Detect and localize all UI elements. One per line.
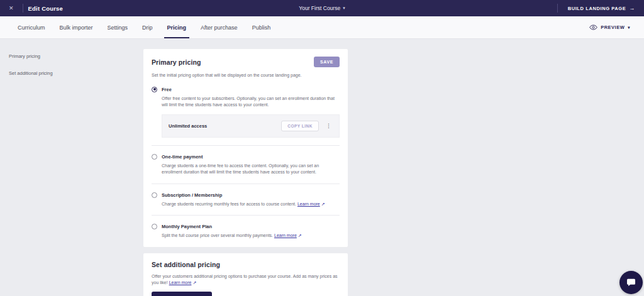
option-divider xyxy=(152,215,340,216)
pricing-option-one-time: One-time payment Charge students a one-t… xyxy=(152,154,340,176)
preview-button[interactable]: PREVIEW ▾ xyxy=(586,16,634,38)
tab-settings[interactable]: Settings xyxy=(104,16,131,38)
option-description-free: Offer free content to your subscribers. … xyxy=(162,96,340,109)
radio-monthly-payment-plan[interactable] xyxy=(152,224,157,229)
primary-pricing-header: Primary pricing SAVE xyxy=(152,57,340,67)
header-divider xyxy=(557,4,558,13)
copy-link-button[interactable]: COPY LINK xyxy=(281,121,319,131)
pricing-option-free: Free Offer free content to your subscrib… xyxy=(152,87,340,138)
option-label-subscription[interactable]: Subscription / Membership xyxy=(162,192,340,198)
option-label-monthly-plan[interactable]: Monthly Payment Plan xyxy=(162,224,340,229)
learn-more-link[interactable]: Learn more xyxy=(297,202,320,206)
tab-pricing[interactable]: Pricing xyxy=(164,16,190,38)
header-right: BUILD LANDING PAGE → xyxy=(557,0,639,16)
option-divider xyxy=(152,184,340,184)
chevron-down-icon: ▾ xyxy=(628,25,630,30)
kebab-menu-icon[interactable]: ⋮ xyxy=(325,123,333,129)
external-link-icon: ↗ xyxy=(321,202,325,206)
pricing-option-monthly-plan: Monthly Payment Plan Split the full cour… xyxy=(152,224,340,239)
external-link-icon: ↗ xyxy=(298,233,302,238)
arrow-right-icon: → xyxy=(629,5,635,11)
learn-more-link[interactable]: Learn more xyxy=(169,280,192,285)
option-description-subscription: Charge students recurring monthly fees f… xyxy=(162,201,340,208)
option-label-free[interactable]: Free xyxy=(162,87,340,92)
course-selector-label: Your First Course xyxy=(299,5,340,11)
header-left: ✕ Edit Course xyxy=(5,3,63,14)
preview-label: PREVIEW xyxy=(601,25,625,30)
page-title: Edit Course xyxy=(28,5,64,12)
sidebar-item-primary-pricing[interactable]: Primary pricing xyxy=(9,53,143,59)
tabs: Curriculum Bulk importer Settings Drip P… xyxy=(18,16,270,38)
option-label-one-time[interactable]: One-time payment xyxy=(162,154,340,160)
tab-drip[interactable]: Drip xyxy=(139,16,156,38)
option-divider xyxy=(152,145,340,146)
pricing-option-subscription: Subscription / Membership Charge student… xyxy=(152,192,340,208)
course-selector[interactable]: Your First Course ▾ xyxy=(299,0,345,16)
radio-free[interactable] xyxy=(152,87,157,92)
chat-widget-button[interactable] xyxy=(619,271,643,294)
pricing-sidebar: Primary pricing Set additional pricing xyxy=(0,39,143,87)
additional-pricing-description: Offer your customers additional pricing … xyxy=(152,273,340,286)
radio-one-time-payment[interactable] xyxy=(152,154,157,160)
page-body: Primary pricing Set additional pricing P… xyxy=(0,39,644,296)
eye-icon xyxy=(589,25,597,30)
build-landing-page-label: BUILD LANDING PAGE xyxy=(568,6,626,11)
top-header: ✕ Edit Course Your First Course ▾ BUILD … xyxy=(0,0,644,16)
edit-course-screen: ✕ Edit Course Your First Course ▾ BUILD … xyxy=(0,0,644,296)
option-description-monthly-plan: Split the full course price over several… xyxy=(162,233,340,239)
additional-pricing-card: Set additional pricing Offer your custom… xyxy=(143,253,348,296)
primary-pricing-title: Primary pricing xyxy=(152,58,201,66)
additional-pricing-title: Set additional pricing xyxy=(152,261,340,268)
close-icon[interactable]: ✕ xyxy=(5,3,18,14)
primary-pricing-card: Primary pricing SAVE Set the initial pri… xyxy=(143,49,348,247)
chevron-down-icon: ▾ xyxy=(343,6,345,11)
header-divider xyxy=(23,4,23,13)
primary-pricing-description: Set the initial pricing option that will… xyxy=(152,72,340,79)
sidebar-item-set-additional-pricing[interactable]: Set additional pricing xyxy=(9,70,143,76)
tab-bar: Curriculum Bulk importer Settings Drip P… xyxy=(0,16,644,39)
tab-after-purchase[interactable]: After purchase xyxy=(197,16,241,38)
build-landing-page-button[interactable]: BUILD LANDING PAGE → xyxy=(564,4,639,12)
save-button[interactable]: SAVE xyxy=(314,57,340,67)
learn-more-link[interactable]: Learn more xyxy=(274,233,297,238)
plan-name: Unlimited access xyxy=(169,123,207,129)
radio-subscription[interactable] xyxy=(152,192,157,198)
tab-publish[interactable]: Publish xyxy=(249,16,274,38)
main-content: Primary pricing SAVE Set the initial pri… xyxy=(143,39,348,296)
free-plan-row: Unlimited access COPY LINK ⋮ xyxy=(162,114,340,138)
option-description-one-time: Charge students a one-time fee to access… xyxy=(162,163,340,176)
tab-bulk-importer[interactable]: Bulk importer xyxy=(57,16,96,38)
tab-curriculum[interactable]: Curriculum xyxy=(14,16,48,38)
chat-bubble-icon xyxy=(626,277,636,288)
create-price-button[interactable]: + CREATE PRICE xyxy=(152,292,212,296)
external-link-icon: ↗ xyxy=(192,280,196,285)
